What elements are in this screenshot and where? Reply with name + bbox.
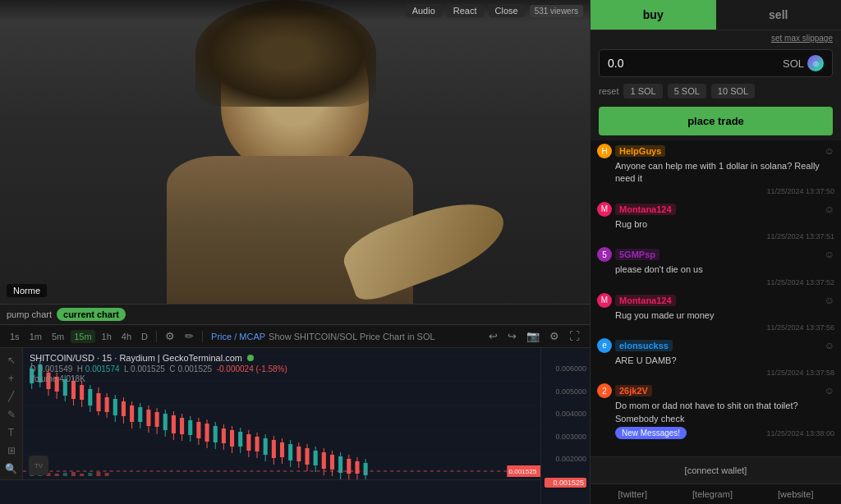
fullscreen-icon[interactable]: ⛶	[566, 328, 583, 344]
chat-msg-header-3: 5 5GMPsp ☺	[597, 247, 834, 262]
avatar-elonsuckss: e	[597, 338, 612, 353]
live-dot	[247, 355, 254, 361]
preset-1sol[interactable]: 1 SOL	[623, 84, 662, 99]
reset-button[interactable]: reset	[599, 86, 618, 96]
svg-rect-99	[96, 472, 100, 476]
buy-tab[interactable]: buy	[591, 0, 716, 30]
tf-1m[interactable]: 1m	[26, 330, 45, 343]
svg-rect-97	[80, 474, 84, 476]
chart-bottom-axis	[0, 479, 540, 504]
text-icon[interactable]: T	[3, 427, 20, 438]
avatar-26jk2v: 2	[597, 383, 612, 398]
chat-message-6: 2 26jk2V ☺ Do mom or dad not have to shi…	[597, 383, 834, 439]
right-panel: buy sell set max slippage SOL ◎ reset 1 …	[590, 0, 841, 504]
viewers-count: 531 viewers	[530, 5, 583, 17]
react-button[interactable]: React	[447, 4, 484, 17]
username-helpguys: HelpGuys	[615, 145, 665, 157]
zoom-icon[interactable]: 🔍	[3, 463, 20, 474]
username-montana124-2: Montana124	[615, 295, 676, 306]
chart-ohlc: O 0.001549 H 0.001574 L 0.001525 C 0.001…	[30, 364, 287, 373]
tf-d[interactable]: D	[138, 330, 151, 343]
slippage-row: set max slippage	[591, 30, 841, 46]
svg-rect-96	[71, 472, 76, 476]
svg-rect-95	[63, 473, 67, 476]
chat-text-1: Anyone can help me with 1 dollar in sola…	[597, 160, 834, 186]
chat-message-5: e elonsuckss ☺ ARE U DAMB? 11/25/2024 13…	[597, 338, 834, 377]
chart-volume: Volume 4.018K	[30, 374, 287, 383]
tradingview-watermark: TV	[29, 456, 48, 475]
close-button[interactable]: Close	[489, 4, 525, 17]
price-level-3: 0.003000	[545, 433, 586, 441]
preset-10sol[interactable]: 10 SOL	[711, 84, 755, 99]
audio-button[interactable]: Audio	[406, 4, 442, 17]
slippage-button[interactable]: set max slippage	[771, 34, 833, 43]
connect-wallet-row: [connect wallet]	[591, 456, 841, 483]
camera-icon[interactable]: 📷	[523, 328, 543, 344]
cursor-icon[interactable]: ↖	[3, 355, 20, 366]
sol-input-row[interactable]: SOL ◎	[599, 49, 833, 77]
connect-wallet-button[interactable]: [connect wallet]	[599, 462, 833, 479]
current-chart-badge[interactable]: current chart	[57, 308, 126, 321]
undo-icon[interactable]: ↩	[485, 328, 501, 344]
chart-right-axis: 0.006000 0.005000 0.004000 0.003000 0.00…	[540, 348, 590, 504]
chat-msg-header-1: H HelpGuys ☺	[597, 144, 834, 158]
chart-header-info: SHITCOIN/USD · 15 · Raydium | GeckoTermi…	[30, 353, 287, 383]
new-msg-row: New Messages! 11/25/2024 13:38:00	[597, 427, 834, 439]
sell-tab[interactable]: sell	[716, 0, 842, 30]
emoji-btn-3[interactable]: ☺	[825, 249, 834, 260]
price-level-5: 0.005000	[545, 387, 586, 396]
chat-msg-header-5: e elonsuckss ☺	[597, 338, 834, 353]
chat-message-1: H HelpGuys ☺ Anyone can help me with 1 d…	[597, 144, 834, 195]
redo-icon[interactable]: ↪	[504, 328, 520, 344]
price-mcap-label[interactable]: Price / MCAP	[211, 332, 265, 341]
username-5gmpsp: 5GMPsp	[615, 249, 659, 260]
emoji-btn-4[interactable]: ☺	[825, 295, 834, 306]
svg-rect-94	[55, 474, 59, 476]
place-trade-button[interactable]: place trade	[599, 107, 833, 135]
emoji-btn-6[interactable]: ☺	[825, 385, 834, 396]
telegram-link[interactable]: [telegram]	[692, 489, 733, 499]
website-link[interactable]: [website]	[778, 489, 813, 499]
svg-rect-100	[105, 473, 109, 476]
tf-4h[interactable]: 4h	[118, 330, 135, 343]
price-level-4: 0.004000	[545, 410, 586, 418]
chart-left-toolbar: ↖ + ╱ ✎ T ⊞ 🔍	[0, 348, 23, 479]
timeframe-bar: 1s 1m 5m 15m 1h 4h D ⚙ ✏ Price / MCAP Sh…	[0, 325, 590, 348]
trade-tabs: buy sell	[591, 0, 841, 30]
new-messages-badge[interactable]: New Messages!	[615, 427, 687, 439]
pump-chart-label: pump chart	[7, 309, 52, 319]
timestamp-5: 11/25/2024 13:37:58	[597, 369, 834, 377]
chat-message-4: M Montana124 ☺ Rug you made ur money 11/…	[597, 293, 834, 332]
streamer-name-badge: Norme	[7, 284, 47, 297]
settings-icon[interactable]: ⚙	[546, 328, 563, 344]
preset-5sol[interactable]: 5 SOL	[668, 84, 706, 99]
sol-input[interactable]	[608, 57, 783, 70]
tf-1s[interactable]: 1s	[7, 330, 23, 343]
line-tool-icon[interactable]: ╱	[3, 391, 20, 402]
timestamp-2: 11/25/2024 13:37:51	[597, 232, 834, 241]
chat-area[interactable]: H HelpGuys ☺ Anyone can help me with 1 d…	[591, 140, 841, 456]
drawing-icon[interactable]: ✏	[182, 328, 197, 344]
crosshair-icon[interactable]: +	[3, 373, 20, 384]
chat-text-2: Rug bro	[597, 218, 834, 231]
username-26jk2v: 26jk2V	[615, 385, 652, 396]
measure-icon[interactable]: ⊞	[3, 445, 20, 456]
stream-video	[0, 0, 590, 304]
timestamp-6: 11/25/2024 13:38:00	[766, 429, 834, 438]
chat-msg-header-4: M Montana124 ☺	[597, 293, 834, 308]
username-elonsuckss: elonsuckss	[615, 340, 673, 351]
chat-message-3: 5 5GMPsp ☺ please don't die on us 11/25/…	[597, 247, 834, 286]
chart-symbol: SHITCOIN/USD · 15 · Raydium | GeckoTermi…	[30, 353, 287, 363]
tf-15m[interactable]: 15m	[71, 330, 94, 343]
brush-icon[interactable]: ✎	[3, 409, 20, 420]
emoji-btn-2[interactable]: ☺	[825, 204, 834, 215]
emoji-btn-5[interactable]: ☺	[825, 340, 834, 351]
twitter-link[interactable]: [twitter]	[618, 489, 647, 499]
indicator-icon[interactable]: ⚙	[162, 328, 178, 344]
tf-1h[interactable]: 1h	[99, 330, 115, 343]
avatar-helpguys: H	[597, 144, 612, 158]
sol-currency-label: SOL	[783, 57, 804, 70]
tf-5m[interactable]: 5m	[48, 330, 67, 343]
emoji-btn-1[interactable]: ☺	[825, 145, 834, 157]
separator-1	[156, 331, 157, 342]
